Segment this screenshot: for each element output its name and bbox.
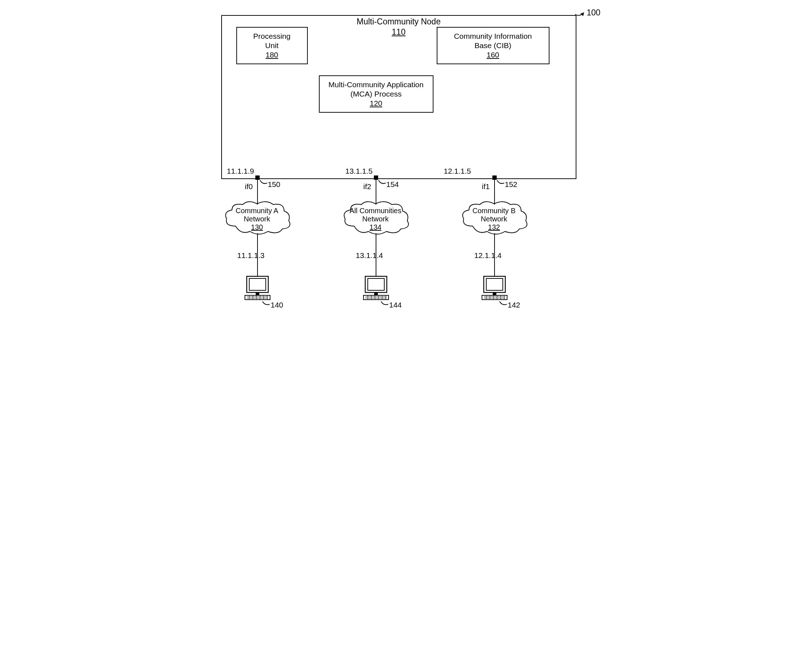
ifname-if1: if1: [482, 182, 490, 191]
cib-box: Community Information Base (CIB) 160: [437, 27, 549, 64]
processing-unit-ref: 180: [266, 50, 278, 59]
cloud-b-line2: Network: [472, 215, 515, 223]
endpoint-ip-2: 12.1.1.4: [475, 251, 502, 260]
diagram-canvas: 100 Multi-Community Node 110 Processing …: [203, 0, 609, 323]
ifname-if0: if0: [245, 182, 253, 191]
ip-if0: 11.1.1.9: [227, 167, 254, 175]
endpoint-ref-0: 140: [271, 301, 283, 309]
figure-ref-label: 100: [587, 8, 600, 18]
endpoint-ref-2: 142: [508, 301, 520, 309]
mca-ref: 120: [369, 99, 382, 108]
node-title: Multi-Community Node: [222, 17, 576, 27]
cib-label1: Community Information: [454, 32, 532, 41]
computer-icon: [363, 276, 389, 300]
cloud-b-ref: 132: [472, 223, 515, 231]
mca-label1: Multi-Community Application: [329, 80, 424, 89]
svg-rect-34: [486, 279, 503, 290]
computer-icon: [482, 276, 507, 300]
svg-rect-33: [484, 276, 505, 292]
endpoint-ip-0: 11.1.1.3: [237, 251, 265, 260]
svg-rect-21: [365, 276, 387, 292]
endpoint-ref-1: 144: [389, 301, 402, 309]
svg-rect-12: [245, 295, 270, 300]
mca-label2: (MCA) Process: [351, 89, 401, 99]
processing-unit-label1: Processing: [253, 32, 290, 41]
svg-rect-9: [247, 276, 268, 292]
svg-rect-22: [368, 279, 384, 290]
cloud-all-line2: Network: [350, 215, 401, 223]
svg-rect-35: [493, 292, 496, 295]
cloud-a-line1: Community A: [236, 207, 278, 215]
ref-if1: 152: [505, 180, 517, 189]
port-if1: [492, 175, 497, 180]
cloud-all: All Communities Network 134: [343, 201, 408, 237]
svg-rect-23: [374, 292, 378, 295]
cloud-a-ref: 130: [236, 223, 278, 231]
port-if2: [374, 175, 378, 180]
mca-box: Multi-Community Application (MCA) Proces…: [319, 75, 433, 113]
ip-if2: 13.1.1.5: [345, 167, 373, 175]
processing-unit-label2: Unit: [265, 41, 278, 50]
ifname-if2: if2: [363, 182, 371, 191]
ref-if2: 154: [386, 180, 399, 189]
processing-unit-box: Processing Unit 180: [236, 27, 308, 64]
svg-rect-36: [482, 295, 507, 300]
cloud-a-line2: Network: [236, 215, 278, 223]
ref-if0: 150: [268, 180, 281, 189]
cloud-b: Community B Network 132: [462, 201, 527, 237]
svg-rect-11: [256, 292, 259, 295]
cloud-a: Community A Network 130: [225, 201, 290, 237]
port-if0: [255, 175, 259, 180]
svg-rect-10: [249, 279, 266, 290]
cloud-all-ref: 134: [350, 223, 401, 231]
cib-ref: 160: [487, 50, 499, 59]
svg-rect-24: [363, 295, 389, 300]
cib-label2: Base (CIB): [475, 41, 511, 50]
computer-icon: [245, 276, 270, 300]
cloud-all-line1: All Communities: [350, 207, 401, 215]
ip-if1: 12.1.1.5: [444, 167, 471, 175]
endpoint-ip-1: 13.1.1.4: [356, 251, 383, 260]
cloud-b-line1: Community B: [472, 207, 515, 215]
